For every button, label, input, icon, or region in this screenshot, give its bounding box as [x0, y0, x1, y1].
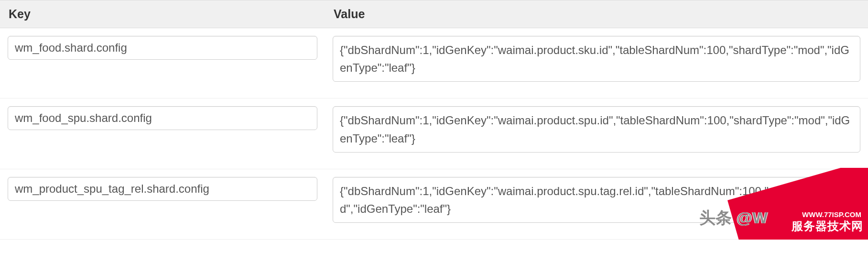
config-table: Key Value: [0, 0, 868, 240]
table-row: [0, 169, 868, 239]
table-row: [0, 99, 868, 169]
header-key: Key: [0, 0, 325, 28]
value-textarea[interactable]: [333, 36, 860, 82]
value-textarea[interactable]: [333, 106, 860, 152]
key-input[interactable]: [8, 106, 317, 130]
key-input[interactable]: [8, 177, 317, 201]
table-row: [0, 28, 868, 99]
value-textarea[interactable]: [333, 177, 860, 223]
header-value: Value: [325, 0, 868, 28]
table-header-row: Key Value: [0, 0, 868, 28]
key-input[interactable]: [8, 36, 317, 60]
